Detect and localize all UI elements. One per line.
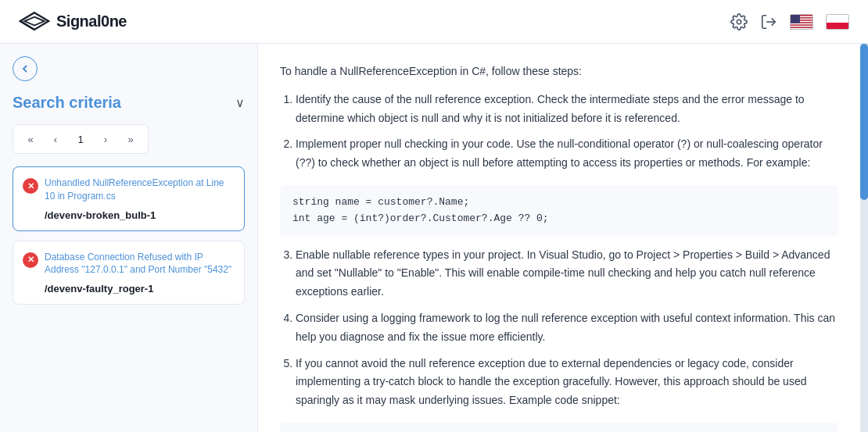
error-title-2: Database Connection Refused with IP Addr…	[45, 251, 235, 277]
error-card-top-2: ✕ Database Connection Refused with IP Ad…	[23, 251, 235, 277]
error-path-2: /devenv-faulty_roger-1	[23, 283, 235, 295]
error-icon-2: ✕	[23, 252, 38, 268]
sidebar: Search criteria ∨ « ‹ 1 › » ✕ Unhandled …	[0, 44, 258, 432]
error-card-top-1: ✕ Unhandled NullReferenceException at Li…	[23, 177, 235, 203]
search-criteria-header: Search criteria ∨	[13, 94, 245, 112]
steps-list: Identify the cause of the null reference…	[280, 91, 838, 173]
svg-rect-12	[791, 15, 800, 23]
last-page-button[interactable]: »	[120, 128, 142, 150]
current-page: 1	[70, 128, 91, 150]
content-area: To handle a NullReferenceException in C#…	[258, 44, 868, 432]
svg-rect-13	[827, 15, 849, 23]
error-path-1: /devenv-broken_bulb-1	[23, 209, 235, 221]
code-block-2: try { string name = customer?.Name; int …	[280, 423, 838, 432]
step-1: Identify the cause of the null reference…	[296, 91, 838, 128]
step-4: Consider using a logging framework to lo…	[296, 309, 838, 347]
search-criteria-title: Search criteria	[13, 94, 121, 112]
pl-flag[interactable]	[826, 14, 849, 30]
logout-icon[interactable]	[760, 13, 777, 30]
logo-icon	[19, 11, 50, 33]
step-5: If you cannot avoid the null reference e…	[296, 355, 838, 410]
svg-rect-10	[791, 25, 813, 27]
step-2: Implement proper null checking in your c…	[296, 135, 838, 173]
svg-rect-11	[791, 27, 813, 29]
settings-icon[interactable]	[730, 13, 748, 30]
logo: Signal0ne	[19, 11, 127, 33]
svg-rect-14	[827, 23, 849, 30]
code-line-2: int age = (int?)order?.Customer?.Age ?? …	[292, 211, 826, 227]
header: Signal0ne	[0, 0, 868, 44]
chevron-down-icon[interactable]: ∨	[235, 95, 245, 110]
response-text: To handle a NullReferenceException in C#…	[280, 62, 838, 432]
logo-text: Signal0ne	[56, 12, 127, 30]
us-flag[interactable]	[790, 14, 813, 30]
next-page-button[interactable]: ›	[95, 128, 117, 150]
error-card-2[interactable]: ✕ Database Connection Refused with IP Ad…	[13, 241, 245, 305]
main-layout: Search criteria ∨ « ‹ 1 › » ✕ Unhandled …	[0, 44, 868, 432]
error-icon-1: ✕	[23, 178, 38, 194]
error-title-1: Unhandled NullReferenceException at Line…	[45, 177, 235, 203]
code-block-1: string name = customer?.Name; int age = …	[280, 185, 838, 237]
code-line-1: string name = customer?.Name;	[292, 195, 826, 211]
scrollbar[interactable]	[860, 44, 868, 432]
svg-marker-1	[24, 16, 44, 25]
steps-list-2: Enable nullable reference types in your …	[280, 246, 838, 410]
intro-text: To handle a NullReferenceException in C#…	[280, 62, 838, 81]
svg-rect-9	[791, 23, 813, 24]
header-actions	[730, 13, 849, 30]
scroll-thumb	[860, 44, 868, 200]
prev-page-button[interactable]: ‹	[45, 128, 66, 150]
svg-point-3	[737, 20, 741, 24]
back-button[interactable]	[13, 56, 38, 81]
first-page-button[interactable]: «	[20, 128, 41, 150]
pagination: « ‹ 1 › »	[13, 124, 149, 154]
main-content: To handle a NullReferenceException in C#…	[258, 44, 860, 432]
error-card-1[interactable]: ✕ Unhandled NullReferenceException at Li…	[13, 166, 245, 231]
step-3: Enable nullable reference types in your …	[296, 246, 838, 302]
